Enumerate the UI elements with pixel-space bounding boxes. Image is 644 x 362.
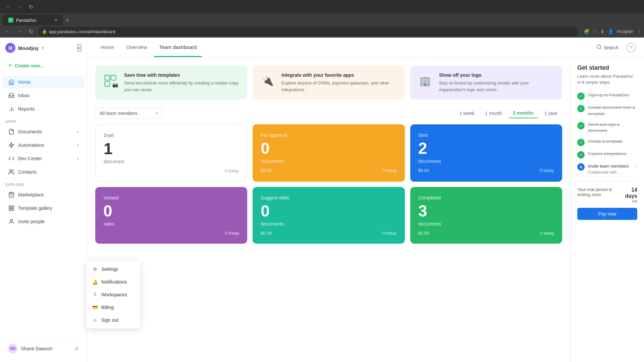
back-button[interactable]: ←	[4, 2, 13, 11]
brand-logo: M	[5, 43, 15, 53]
sent-unit: documents	[418, 159, 554, 164]
tab-home[interactable]: Home	[95, 38, 119, 57]
forward-btn-2[interactable]: →	[15, 27, 24, 36]
sidebar-item-contacts[interactable]: Contacts	[3, 166, 84, 178]
back-btn-2[interactable]: ←	[3, 27, 12, 36]
forward-button[interactable]: →	[15, 2, 25, 11]
settings-icon: ⚙	[92, 266, 98, 272]
lock-icon: 🔒	[42, 29, 47, 34]
approval-footer: $0.00 0 today	[261, 168, 396, 173]
trial-days-sub: left	[623, 199, 637, 204]
checklist-signup: ✓ Sign-up to PandaDoc	[577, 92, 637, 100]
sidebar-item-reports[interactable]: Reports	[3, 103, 84, 115]
context-billing-label: Billing	[101, 305, 114, 310]
reload-button[interactable]: ↻	[27, 2, 35, 11]
checklist-explore-integrations-label: Explore integrations	[588, 151, 627, 157]
address-bar-row: ← → ↻ 🔒 app.pandadoc.com/a/#/dashboard 🧩…	[0, 25, 644, 38]
sidebar-item-devcenter[interactable]: Dev Center ▾	[3, 152, 84, 165]
sidebar-user-item[interactable]: SD Shane Dawson ⚙	[3, 341, 84, 356]
context-settings-label: Settings	[101, 266, 118, 272]
completed-unit: documents	[418, 221, 554, 227]
create-new-button[interactable]: + Create new...	[3, 58, 84, 73]
time-1year[interactable]: 1 year	[540, 108, 562, 118]
brand[interactable]: M Moodjoy ▾	[5, 43, 44, 53]
viewed-footer: 0 today	[103, 231, 239, 236]
sidebar-item-templates[interactable]: Template gallery	[3, 202, 84, 215]
help-button[interactable]: ?	[627, 43, 636, 52]
completed-footer: $0.00 1 today	[418, 231, 554, 236]
tab-team-dashboard[interactable]: Team dashboard	[154, 38, 202, 57]
feature-card-integrations: 🔌 Integrate with your favorite apps Expl…	[253, 66, 405, 100]
stat-card-draft: Draft 1 document 0 today	[95, 124, 247, 182]
stat-card-sent: Sent 2 documents $0.00 0 today	[410, 124, 562, 182]
menu-icon[interactable]: ⋮	[637, 29, 641, 34]
sidebar-item-automations[interactable]: Automations ▾	[3, 139, 84, 152]
context-billing[interactable]: 💳 Billing	[87, 301, 140, 314]
dev-center-chevron-icon: ▾	[77, 157, 79, 161]
browser-tab[interactable]: P PandaDoc ✕	[3, 15, 63, 25]
integrations-feature-desc: Explore dozens of CRMs, payment gateways…	[281, 80, 398, 93]
approval-amount: $0.00	[261, 168, 272, 173]
time-1week[interactable]: 1 week	[455, 108, 479, 118]
user-name-label: Shane Dawson	[21, 346, 53, 351]
download-icon[interactable]: ⬇	[600, 29, 604, 34]
incognito-label: Incognito	[617, 29, 633, 34]
notifications-icon: 🔔	[92, 279, 98, 285]
context-workspaces[interactable]: ⠿ Workspaces	[87, 288, 140, 301]
sidebar-item-invite[interactable]: Invite people	[3, 215, 84, 228]
search-button[interactable]: Search	[592, 42, 623, 53]
svg-rect-6	[9, 206, 11, 207]
completed-amount: $0.00	[418, 231, 429, 236]
context-settings[interactable]: ⚙ Settings	[87, 263, 140, 276]
completed-value: 3	[418, 203, 554, 219]
time-1month[interactable]: 1 month	[480, 108, 507, 118]
filter-row: All team members ▾ 1 week 1 month 3 mont…	[95, 108, 562, 119]
sidebar-collapse-button[interactable]: «	[77, 44, 82, 52]
checklist-invite-team[interactable]: 6 Invite team members Collaborate with .…	[577, 163, 637, 175]
context-notifications-label: Notifications	[101, 279, 127, 285]
sidebar-item-inbox[interactable]: Inbox	[3, 89, 84, 102]
address-bar[interactable]: 🔒 app.pandadoc.com/a/#/dashboard	[38, 27, 578, 36]
pay-now-button[interactable]: Pay now	[577, 208, 637, 220]
tab-close-button[interactable]: ✕	[54, 18, 58, 22]
extensions-icon[interactable]: 🧩	[584, 29, 589, 34]
user-settings-icon[interactable]: ⚙	[74, 346, 79, 351]
checklist-create-doc: ✓ Create document from a template	[577, 105, 637, 117]
templates-feature-icon: 📷	[102, 72, 119, 89]
sidebar-item-marketplace[interactable]: Marketplace	[3, 188, 84, 201]
content-area: 📷 Save time with templates Send document…	[87, 58, 644, 362]
profile-icon[interactable]: 👤	[608, 29, 613, 34]
integrations-feature-text: Integrate with your favorite apps Explor…	[281, 72, 398, 93]
viewed-unit: sales	[103, 221, 239, 227]
reload-btn-2[interactable]: ↻	[27, 27, 35, 36]
invite-people-icon	[8, 218, 15, 225]
checklist-create-doc-label: Create document from a template	[588, 105, 637, 117]
context-signout[interactable]: ⎋ Sign out	[87, 314, 140, 326]
sidebar-item-documents[interactable]: Documents ▾	[3, 125, 84, 138]
trial-days-value: 14 days	[623, 187, 637, 199]
sidebar-item-home[interactable]: Home	[3, 76, 84, 88]
trial-banner: Your trial period is ending soon 14 days…	[577, 181, 637, 220]
team-member-filter[interactable]: All team members ▾	[95, 108, 162, 119]
tab-overview[interactable]: Overview	[121, 38, 153, 57]
new-tab-button[interactable]: +	[63, 16, 72, 25]
documents-icon	[8, 128, 15, 135]
invite-team-chevron-icon: ›	[636, 164, 637, 169]
main-content: Home Overview Team dashboard Search ?	[87, 38, 644, 362]
time-3months[interactable]: 3 months	[508, 108, 538, 118]
apps-section-label: APPS	[0, 116, 87, 125]
bookmark-icon[interactable]: ☆	[593, 29, 597, 34]
context-notifications[interactable]: 🔔 Notifications	[87, 276, 140, 288]
check-explore-integrations-icon: ✓	[577, 151, 585, 159]
sidebar-item-inbox-label: Inbox	[18, 93, 30, 98]
sidebar-header: M Moodjoy ▾ «	[0, 43, 87, 58]
approval-today: 0 today	[382, 168, 397, 173]
stat-cards-row2: Viewed 0 sales 0 today Suggest edits 0 d…	[95, 187, 562, 244]
templates-feature-desc: Send documents more efficiently by creat…	[124, 80, 240, 93]
sidebar-item-template-gallery-label: Template gallery	[18, 205, 52, 211]
checklist-send-sign: ✓ Send and sign a document	[577, 122, 637, 134]
templates-feature-text: Save time with templates Send documents …	[124, 72, 240, 93]
top-nav: Home Overview Team dashboard Search ?	[87, 38, 644, 58]
suggest-today: 0 today	[382, 231, 397, 236]
brand-name: Moodjoy	[18, 45, 39, 51]
